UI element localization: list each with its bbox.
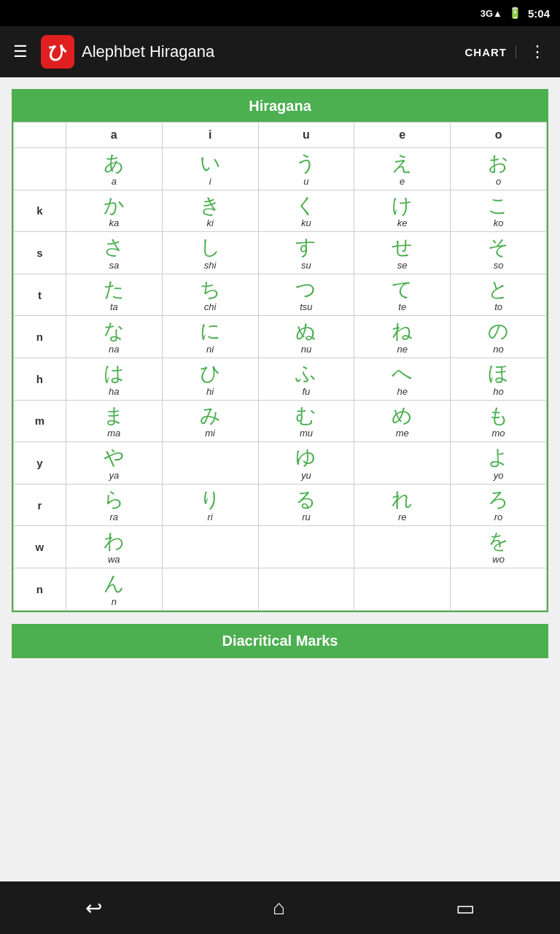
- char-cell-r6-c2[interactable]: むmu: [258, 400, 354, 442]
- char-cell-r7-c4[interactable]: よyo: [451, 442, 547, 485]
- char-cell-r0-c3[interactable]: えe: [354, 148, 451, 190]
- col-header-empty: [14, 123, 66, 148]
- char-cell-r6-c0[interactable]: まma: [66, 400, 162, 442]
- app-logo: ひ: [41, 35, 74, 69]
- table-row[interactable]: hはhaひhiふfuへheほho: [14, 358, 547, 400]
- table-row[interactable]: sさsaしshiすsuせseそso: [14, 232, 547, 274]
- diacritical-section-title: Diacritical Marks: [13, 625, 547, 657]
- char-cell-r3-c3[interactable]: てte: [354, 274, 451, 316]
- char-cell-r4-c2[interactable]: ぬnu: [258, 316, 354, 358]
- char-cell-r8-c3[interactable]: れre: [354, 484, 451, 526]
- char-cell-r8-c1[interactable]: りri: [162, 484, 258, 526]
- char-cell-r3-c1[interactable]: ちchi: [162, 274, 258, 316]
- hiragana-table-container: Hiragana a i u e o あaいiうuえeおokかkaきkiくkuけ…: [12, 89, 548, 612]
- row-label-4: n: [14, 316, 66, 358]
- row-label-7: y: [14, 442, 66, 485]
- row-label-10: n: [14, 568, 66, 610]
- chart-button[interactable]: CHART: [456, 46, 517, 58]
- table-row[interactable]: yやyaゆyuよyo: [14, 442, 547, 485]
- char-cell-r0-c0[interactable]: あa: [66, 148, 162, 190]
- row-label-1: k: [14, 190, 66, 232]
- char-cell-r2-c1[interactable]: しshi: [162, 232, 258, 274]
- char-cell-r10-c0[interactable]: んn: [66, 568, 162, 610]
- char-cell-r4-c4[interactable]: のno: [451, 316, 547, 358]
- char-cell-r0-c2[interactable]: うu: [258, 148, 354, 190]
- char-cell-r2-c0[interactable]: さsa: [66, 232, 162, 274]
- char-cell-r6-c4[interactable]: もmo: [451, 400, 547, 442]
- row-label-8: r: [14, 484, 66, 526]
- char-cell-r10-c1[interactable]: [162, 568, 258, 610]
- row-label-6: m: [14, 400, 66, 442]
- app-bar: ☰ ひ Alephbet Hiragana CHART ⋮: [0, 26, 560, 77]
- char-cell-r9-c1[interactable]: [162, 526, 258, 568]
- char-cell-r7-c3[interactable]: [354, 442, 451, 485]
- table-row[interactable]: rらraりriるruれreろro: [14, 484, 547, 526]
- char-cell-r2-c3[interactable]: せse: [354, 232, 451, 274]
- main-content: Hiragana a i u e o あaいiうuえeおokかkaきkiくkuけ…: [0, 77, 560, 881]
- char-cell-r5-c4[interactable]: ほho: [451, 358, 547, 400]
- char-cell-r10-c3[interactable]: [354, 568, 451, 610]
- table-row[interactable]: mまmaみmiむmuめmeもmo: [14, 400, 547, 442]
- char-cell-r4-c1[interactable]: にni: [162, 316, 258, 358]
- back-button[interactable]: ↩: [71, 889, 117, 927]
- char-cell-r7-c1[interactable]: [162, 442, 258, 485]
- char-cell-r4-c0[interactable]: なna: [66, 316, 162, 358]
- char-cell-r4-c3[interactable]: ねne: [354, 316, 451, 358]
- table-row[interactable]: wわwaをwo: [14, 526, 547, 568]
- col-header-i: i: [162, 123, 258, 148]
- char-cell-r10-c2[interactable]: [258, 568, 354, 610]
- hamburger-menu-icon[interactable]: ☰: [7, 42, 34, 61]
- char-cell-r1-c2[interactable]: くku: [258, 190, 354, 232]
- char-cell-r2-c2[interactable]: すsu: [258, 232, 354, 274]
- char-cell-r10-c4[interactable]: [451, 568, 547, 610]
- char-cell-r7-c2[interactable]: ゆyu: [258, 442, 354, 485]
- char-cell-r3-c2[interactable]: つtsu: [258, 274, 354, 316]
- col-header-o: o: [451, 123, 547, 148]
- char-cell-r1-c3[interactable]: けke: [354, 190, 451, 232]
- char-cell-r0-c4[interactable]: おo: [451, 148, 547, 190]
- char-cell-r1-c0[interactable]: かka: [66, 190, 162, 232]
- col-header-e: e: [354, 123, 451, 148]
- time-display: 5:04: [528, 7, 550, 20]
- char-cell-r0-c1[interactable]: いi: [162, 148, 258, 190]
- char-cell-r3-c0[interactable]: たta: [66, 274, 162, 316]
- nav-bar: ↩ ⌂ ▭: [0, 881, 560, 934]
- app-title: Alephbet Hiragana: [82, 42, 449, 61]
- char-cell-r2-c4[interactable]: そso: [451, 232, 547, 274]
- table-header-row: a i u e o: [14, 123, 547, 148]
- home-button[interactable]: ⌂: [258, 889, 300, 927]
- char-cell-r1-c4[interactable]: こko: [451, 190, 547, 232]
- char-cell-r9-c0[interactable]: わwa: [66, 526, 162, 568]
- char-cell-r5-c0[interactable]: はha: [66, 358, 162, 400]
- char-cell-r8-c2[interactable]: るru: [258, 484, 354, 526]
- char-cell-r6-c1[interactable]: みmi: [162, 400, 258, 442]
- char-cell-r5-c1[interactable]: ひhi: [162, 358, 258, 400]
- status-bar: 3G▲ 🔋 5:04: [0, 0, 560, 26]
- char-cell-r7-c0[interactable]: やya: [66, 442, 162, 485]
- char-cell-r3-c4[interactable]: とto: [451, 274, 547, 316]
- char-cell-r5-c2[interactable]: ふfu: [258, 358, 354, 400]
- char-cell-r6-c3[interactable]: めme: [354, 400, 451, 442]
- table-row[interactable]: nんn: [14, 568, 547, 610]
- col-header-u: u: [258, 123, 354, 148]
- diacritical-container: Diacritical Marks: [12, 624, 548, 658]
- col-header-a: a: [66, 123, 162, 148]
- hiragana-section-title: Hiragana: [13, 90, 547, 122]
- char-cell-r9-c3[interactable]: [354, 526, 451, 568]
- table-row[interactable]: kかkaきkiくkuけkeこko: [14, 190, 547, 232]
- signal-indicator: 3G▲: [481, 8, 502, 19]
- table-row[interactable]: あaいiうuえeおo: [14, 148, 547, 190]
- table-row[interactable]: nなnaにniぬnuねneのno: [14, 316, 547, 358]
- recents-button[interactable]: ▭: [441, 889, 489, 927]
- row-label-3: t: [14, 274, 66, 316]
- char-cell-r9-c4[interactable]: をwo: [451, 526, 547, 568]
- char-cell-r5-c3[interactable]: へhe: [354, 358, 451, 400]
- char-cell-r8-c4[interactable]: ろro: [451, 484, 547, 526]
- char-cell-r8-c0[interactable]: らra: [66, 484, 162, 526]
- row-label-0: [14, 148, 66, 190]
- table-row[interactable]: tたtaちchiつtsuてteとto: [14, 274, 547, 316]
- hiragana-table: a i u e o あaいiうuえeおokかkaきkiくkuけkeこkosさsa…: [13, 122, 547, 611]
- more-options-icon[interactable]: ⋮: [524, 42, 553, 61]
- char-cell-r9-c2[interactable]: [258, 526, 354, 568]
- char-cell-r1-c1[interactable]: きki: [162, 190, 258, 232]
